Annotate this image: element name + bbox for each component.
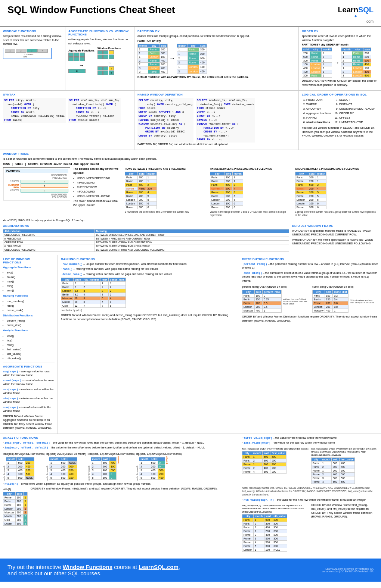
ob-default: Default ORDER BY: with no ORDER BY claus… [302,79,378,87]
footer-wf-link[interactable]: Window Functions [63,564,112,570]
nth-table-container: nth_value(sold, 2) OVER (PARTITION BY ci… [242,503,309,553]
percent-table: citysoldpercent_rank Paris1000 Berlin150… [242,290,282,313]
rank-desc1: · row_number() – unique number for each … [61,262,236,266]
lag2-table-group: lag(sold, 2, 0) OVER(ORDER BY month) ord… [136,451,182,481]
lead2-side: order by month monthsold 1500400 2200100… [88,456,135,481]
ob-title: ORDER BY [302,29,378,33]
footer-learnsql-link[interactable]: LearnSQL.com [139,564,179,570]
lag-tbl: monthsold 1500NULL 2200500 3400200 41004… [49,457,77,480]
last-value-container: last_value(sold) OVER (PARTITION BY city… [311,447,378,485]
fv-title: first_value(sold) OVER (PARTITION BY cit… [242,447,309,450]
lead-table-group: lead(sold) OVER(ORDER BY month) order by… [3,451,44,481]
sql-text: SQL [358,6,374,14]
groups-example: GROUPS BETWEEN 1 PRECEDING AND 1 FOLLOWI… [295,167,378,218]
fv-lv-tables: first_value(sold) OVER (PARTITION BY cit… [242,447,378,485]
ntile-tbl: citysold Rome1001 Paris1001 Rome1001 Lon… [3,492,28,526]
main-title: SQL Window Functions Cheat Sheet [7,4,175,15]
lag2-side: order by month monthsold 15000 22000 340… [136,456,182,481]
list-agg-title: Aggregate Functions [3,266,55,270]
wf-examples: ROWS BETWEEN 1 PRECEDING AND 1 FOLLOWING… [125,167,378,218]
nw-note: PARTITION BY, ORDER BY, and window frame… [137,143,295,147]
analytic-lead-desc: · lead(expr, offset, default) – the valu… [3,441,236,445]
footer-mid: course at [112,564,139,570]
lag-side: order by month monthsold 1500NULL 220050… [46,456,86,481]
range-note: values in the range between 3 and 5 ORDE… [210,210,293,217]
list-agg-items: avg() count() max() min() sum() [7,270,55,293]
nth-desc: · nth_value(expr, n) – the value for the… [242,498,378,502]
order-by-tables: soldcitymonth 200Rome1 500Rome2 300Rome1… [302,47,378,78]
partition-table1: monthcitysold 1Rome200 1Paris300 1London… [137,44,168,74]
abbr-row-1: UNBOUNDED PRECEDINGBETWEEN UNBOUNDED PRE… [3,233,289,237]
lower-note: The lower_bound must be BEFORE the upper… [73,199,122,207]
analytic-lag-desc: · lag(expr, offset, default) – the value… [3,446,236,450]
window-functions-section: WINDOW FUNCTIONS compute their result ba… [0,27,65,90]
last-value-desc: · last_value(expr) – the value for the l… [242,441,378,445]
lead-axis: order by month [3,456,5,481]
syntax-codes: SELECT city, month, sum(sold) OVER ( PAR… [3,98,131,123]
first-value-desc: · first_value(expr) – the value for the … [242,436,378,440]
wf-visual: PARTITION UNBOUNDEDPRECEDING N ROWS ↑ CU… [3,167,70,200]
dw-text1: If ORDER BY is specified, then the frame… [292,229,378,237]
footer-text: Try out the interactive Window Functions… [7,564,180,576]
lag2-axis: order by month [136,456,138,481]
lag2-offset-label: offset=2 [166,456,168,481]
wf-title: WINDOW FUNCTIONS [3,29,62,33]
footer-after: , [179,564,180,570]
nth-order-note: ORDER BY and Window Frame: first_value()… [311,503,378,520]
lead2-title: lead(sold, 2, 0) OVER(ORDER BY month) [88,452,135,456]
footer-copy2: vertabelo.com | CC BY-NC-ND Vertabelo SA [322,570,374,573]
partition-table2: monthcitysum 1Paris300 1Rome200 2Rome900… [177,44,207,74]
footer-copy: LearnSQL.com is owned by Vertabelo SA ve… [322,567,374,573]
bounds-list: UNBOUNDED PRECEDING n PRECEDING CURRENT … [77,176,122,198]
wf-diagram-container: PARTITION UNBOUNDEDPRECEDING N ROWS ↑ CU… [3,167,70,218]
cume-title: cume_dist() OVER(ORDER BY sold) [312,285,376,288]
percent-note: without this row 50% of values are less … [283,298,309,305]
last-value-tbl: citymonthsoldlast_value Paris1500400 Par… [311,457,355,484]
groups-table: citysoldmonth Paris3001 Rome2001 Paris50… [295,172,326,209]
syntax-code2: SELECT <column_1>, <column_2>, <window_f… [68,98,121,123]
nw-code1: SELECT country, city, rank() OVER countr… [137,98,193,143]
agg-vs-window-section: AGGREGATE FUNCTIONS VS. WINDOW FUNCTIONS… [65,27,134,90]
lead-side: order by month monthsold 1500200 2200400… [3,456,44,481]
groups-title: GROUPS BETWEEN 1 PRECEDING AND 1 FOLLOWI… [295,167,378,171]
ranking-section: RANKING FUNCTIONS · row_number() – uniqu… [58,255,239,434]
syntax-code1: SELECT city, month, sum(sold) OVER ( PAR… [3,98,66,123]
footer-copy1: LearnSQL.com is owned by Vertabelo SA [322,567,374,570]
abbr-row: ABBREVIATIONS AbbreviationMeaning UNBOUN… [3,224,378,253]
percent-table-wrap: citysoldpercent_rank Paris1000 Berlin150… [242,289,309,313]
current-label: current [27,53,34,56]
lead-title: lead(sold) OVER(ORDER BY month) [3,452,44,456]
postgresql-note: As of 2020, GROUPS is only supported in … [3,219,378,223]
footer-before: Try out the interactive [7,564,63,570]
learnsql-brand: LearnSQL [338,6,374,13]
agg-count: count(expr) – count of values for rows w… [3,379,55,387]
agg-sum: sum(expr) – sum of values within the win… [3,406,55,413]
abbr-row-2: n PRECEDINGBETWEEN n PRECEDING AND CURRE… [3,237,289,240]
rows-note: 1 row before the current row and 1 row a… [125,210,208,213]
lag2-title: lag(sold, 2, 0) OVER(ORDER BY month) [136,452,182,456]
syntax-section: SYNTAX SELECT city, month, sum(sold) OVE… [0,91,134,150]
header-title: SQL Window Functions Cheat Sheet [7,4,175,15]
ob-table1: soldcitymonth 200Rome1 500Rome2 300Rome1… [302,47,332,78]
agg-max: max(expr) – maximum value within the win… [3,388,55,395]
second-row: SYNTAX SELECT city, month, sum(sold) OVE… [0,91,381,150]
dist-order-note: ORDER BY and Window Frame: Distribution … [242,315,378,323]
cume-table-wrap: citysoldcume_dist Paris1000.2 Berlin1500… [312,289,376,313]
dist-cume-desc: · cume_dist() – the cumulative distribut… [242,271,378,283]
ntile-section: · ntile(n) – divide rows within a partit… [3,482,236,527]
pb-desc: divides rows into multiple groups, calle… [137,34,295,38]
abbr-row-5: UNBOUNDED FOLLOWINGBETWEEN CURRENT ROW A… [3,248,289,251]
lv-title: last_value(sold) OVER (PARTITION BY city… [311,447,378,457]
footer-line2: and check out our other SQL courses. [7,570,102,576]
ob-table2: monthcitysum 1Paris300 1Rome200 2Rome500… [341,47,371,78]
row-label: row [24,56,27,58]
nth-value-section: · nth_value(expr, n) – the value for the… [242,498,378,553]
list-rank-title: Ranking Functions [3,294,55,298]
abbreviations-section: ABBREVIATIONS AbbreviationMeaning UNBOUN… [3,224,289,253]
wf-main-desc: is a set of rows that are somehow relate… [3,157,378,161]
header: SQL Window Functions Cheat Sheet LearnSQ… [0,0,381,27]
percent-title: percent_rank() OVER(ORDER BY sold) [242,285,309,288]
pb-title: PARTITION BY [137,29,295,33]
window-frame-section: WINDOW FRAME is a set of rows that are s… [0,150,381,255]
agg-functions-list: AGGREGATE FUNCTIONS avg(expr) – average … [3,365,55,430]
